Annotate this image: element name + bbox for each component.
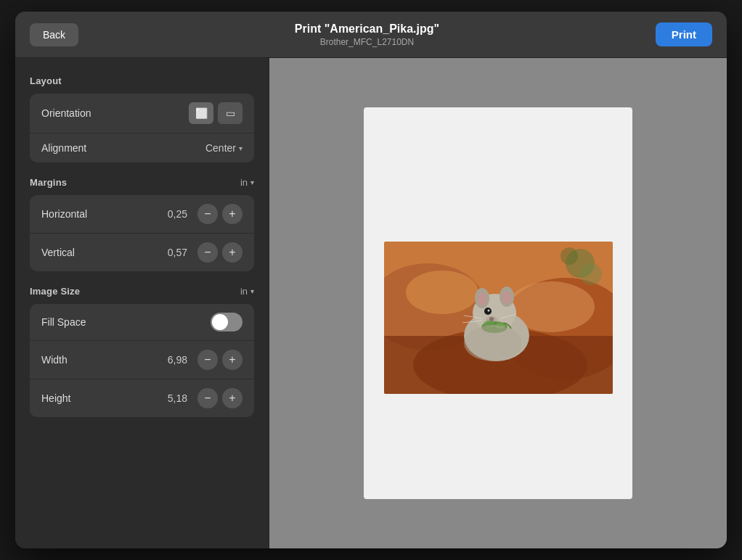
svg-point-23 — [464, 325, 522, 361]
horizontal-increment-button[interactable]: + — [222, 204, 242, 224]
print-button[interactable]: Print — [656, 22, 712, 46]
width-label: Width — [41, 354, 168, 366]
svg-point-26 — [560, 247, 578, 265]
print-title: Print "American_Pika.jpg" — [295, 22, 439, 36]
fill-space-toggle[interactable] — [211, 313, 242, 332]
header-center: Print "American_Pika.jpg" Brother_MFC_L2… — [295, 22, 439, 47]
alignment-value: Center — [205, 142, 236, 154]
image-size-unit: in — [240, 286, 248, 297]
fill-space-row: Fill Space — [30, 304, 254, 341]
alignment-chevron-icon: ▾ — [239, 144, 242, 152]
fill-space-toggle-thumb — [212, 314, 228, 330]
fill-space-label: Fill Space — [41, 316, 211, 328]
horizontal-row: Horizontal 0,25 − + — [30, 195, 254, 234]
landscape-button[interactable]: ▭ — [218, 102, 242, 124]
height-value: 5,18 — [168, 392, 187, 404]
paper-preview — [364, 107, 632, 499]
layout-section-label: Layout — [30, 75, 254, 86]
height-decrement-button[interactable]: − — [197, 388, 218, 408]
horizontal-decrement-button[interactable]: − — [197, 204, 218, 224]
vertical-stepper: 0,57 − + — [168, 242, 242, 263]
photo-preview — [384, 242, 613, 394]
layout-card: Orientation ⬜ ▭ Alignment Center — [30, 94, 254, 162]
margins-card: Horizontal 0,25 − + Vertical 0,57 − + — [30, 195, 254, 271]
image-size-label: Image Size — [30, 286, 240, 297]
print-preview — [269, 58, 727, 548]
image-size-card: Fill Space Width 6,98 − + Height — [30, 304, 254, 417]
margins-unit-selector[interactable]: in ▾ — [240, 177, 254, 188]
orientation-label: Orientation — [41, 107, 189, 119]
portrait-icon: ⬜ — [195, 107, 208, 119]
alignment-label: Alignment — [41, 142, 205, 154]
portrait-button[interactable]: ⬜ — [189, 102, 213, 124]
orientation-row: Orientation ⬜ ▭ — [30, 94, 254, 133]
vertical-row: Vertical 0,57 − + — [30, 234, 254, 271]
margins-label: Margins — [30, 177, 240, 188]
vertical-value: 0,57 — [168, 247, 187, 258]
width-value: 6,98 — [168, 354, 187, 366]
image-size-section-header: Image Size in ▾ — [30, 286, 254, 297]
vertical-decrement-button[interactable]: − — [197, 242, 218, 263]
vertical-increment-button[interactable]: + — [222, 242, 242, 263]
alignment-dropdown[interactable]: Center ▾ — [205, 142, 242, 154]
height-label: Height — [41, 392, 168, 404]
margins-section-header: Margins in ▾ — [30, 177, 254, 188]
width-increment-button[interactable]: + — [222, 350, 242, 370]
svg-point-11 — [478, 292, 486, 305]
pika-photo-svg — [384, 242, 613, 394]
back-button[interactable]: Back — [30, 23, 78, 46]
image-size-unit-chevron-icon: ▾ — [250, 287, 254, 295]
width-row: Width 6,98 − + — [30, 341, 254, 379]
width-decrement-button[interactable]: − — [197, 350, 218, 370]
height-increment-button[interactable]: + — [222, 388, 242, 408]
landscape-icon: ▭ — [226, 107, 235, 119]
height-row: Height 5,18 − + — [30, 379, 254, 417]
svg-point-5 — [406, 271, 478, 314]
horizontal-value: 0,25 — [168, 208, 187, 220]
sidebar: Layout Orientation ⬜ ▭ Ali — [15, 58, 269, 548]
height-stepper: 5,18 − + — [168, 388, 242, 408]
horizontal-stepper: 0,25 − + — [168, 204, 242, 224]
svg-point-25 — [580, 263, 602, 285]
svg-point-12 — [502, 291, 511, 304]
alignment-row: Alignment Center ▾ — [30, 133, 254, 162]
body: Layout Orientation ⬜ ▭ Ali — [15, 58, 727, 548]
printer-name: Brother_MFC_L2710DN — [295, 37, 439, 47]
margins-unit: in — [240, 177, 248, 188]
header: Back Print "American_Pika.jpg" Brother_M… — [15, 12, 727, 58]
margins-unit-chevron-icon: ▾ — [250, 178, 254, 186]
horizontal-label: Horizontal — [41, 208, 168, 220]
image-size-unit-selector[interactable]: in ▾ — [240, 286, 254, 297]
svg-point-14 — [487, 310, 489, 312]
app-window: Back Print "American_Pika.jpg" Brother_M… — [15, 12, 727, 548]
width-stepper: 6,98 − + — [168, 350, 242, 370]
vertical-label: Vertical — [41, 247, 168, 258]
orientation-buttons: ⬜ ▭ — [189, 102, 242, 124]
